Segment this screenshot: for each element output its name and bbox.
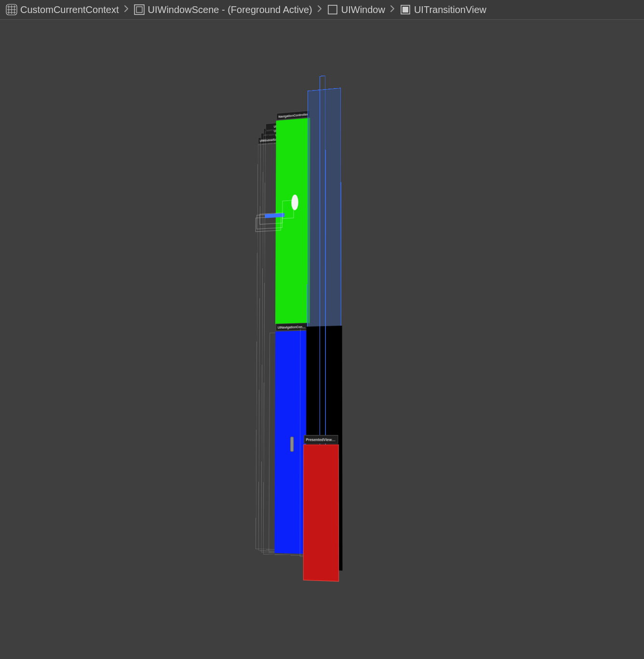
view-debugger-canvas[interactable]: UIWindowScene - (Foreground Active) UIWi… (0, 20, 644, 659)
layer-label: NavigationController (277, 110, 310, 120)
breadcrumb-item-2[interactable]: UIWindow (325, 3, 387, 16)
svg-rect-7 (134, 5, 144, 14)
wireframe-icon (134, 4, 145, 15)
breadcrumb-item-1[interactable]: UIWindowScene - (Foreground Active) (132, 3, 314, 16)
breadcrumb: CustomCurrentContext UIWindowScene - (Fo… (0, 0, 644, 20)
chevron-right-icon (317, 5, 322, 15)
breadcrumb-item-label: UIWindowScene - (Foreground Active) (148, 4, 312, 15)
svg-rect-9 (328, 5, 337, 14)
outline-square-icon (327, 4, 338, 15)
layer-label: PresentedViewController (304, 435, 338, 444)
svg-rect-11 (402, 7, 408, 13)
app-icon (6, 4, 17, 15)
chevron-right-icon (124, 5, 129, 15)
layer-presented-view[interactable]: PresentedViewController (303, 444, 339, 581)
breadcrumb-item-label: CustomCurrentContext (20, 4, 119, 15)
home-indicator-icon (290, 436, 294, 452)
chevron-right-icon (390, 5, 395, 15)
svg-rect-8 (136, 7, 142, 13)
breadcrumb-item-3[interactable]: UITransitionView (398, 3, 488, 16)
breadcrumb-item-label: UIWindow (341, 4, 385, 15)
breadcrumb-item-label: UITransitionView (414, 4, 486, 15)
filled-square-icon (400, 4, 411, 15)
breadcrumb-item-0[interactable]: CustomCurrentContext (4, 3, 121, 16)
